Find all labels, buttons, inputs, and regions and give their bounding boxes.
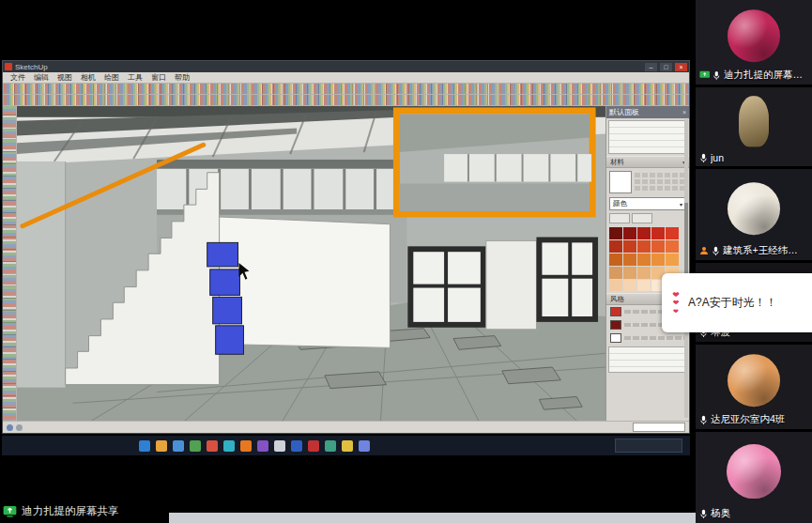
local-taskbar-strip[interactable] (169, 513, 696, 523)
window-title: SketchUp (15, 63, 642, 71)
taskbar-app-icon[interactable] (156, 440, 167, 452)
chat-message-bubble[interactable]: ❤ ❤ ❤ A?A安于时光！！ (662, 273, 812, 332)
participant-name: 建筑系+王经纬老师 (723, 244, 802, 257)
participant-tile-sharer[interactable]: 迪力扎提的屏幕共享 (696, 0, 812, 85)
taskbar-app-icon[interactable] (359, 440, 370, 452)
material-swatch[interactable] (651, 254, 665, 266)
material-swatch[interactable] (637, 254, 651, 266)
panel-list[interactable] (608, 346, 687, 373)
measurements-input[interactable] (633, 423, 685, 432)
material-mini-controls (635, 171, 686, 193)
menu-help[interactable]: 帮助 (171, 72, 193, 83)
menu-edit[interactable]: 编辑 (30, 72, 53, 83)
taskbar-app-icon[interactable] (190, 440, 201, 452)
menu-camera[interactable]: 相机 (77, 72, 100, 83)
avatar (727, 444, 781, 499)
taskbar-app-icon[interactable] (257, 440, 268, 452)
taskbar-app-icon[interactable] (223, 440, 235, 452)
material-swatch[interactable] (651, 240, 665, 253)
close-button[interactable]: × (675, 63, 687, 71)
taskbar-app-icon[interactable] (173, 440, 184, 452)
taskbar-app-icon[interactable] (240, 440, 252, 452)
material-swatch[interactable] (637, 240, 651, 253)
chevron-down-icon: ▾ (680, 201, 682, 208)
taskbar-app-icon[interactable] (291, 440, 302, 452)
materials-section-header[interactable]: 材料 ▾ (606, 156, 689, 168)
style-row[interactable] (606, 331, 689, 345)
minimize-button[interactable]: – (645, 63, 657, 71)
material-swatch[interactable] (666, 254, 679, 266)
material-swatch-grid (606, 225, 689, 280)
participant-tile[interactable]: 杨奥 (696, 432, 812, 523)
avatar (728, 355, 780, 408)
participant-tile[interactable]: jun (696, 87, 812, 166)
window-right-2 (536, 238, 598, 322)
credits-icon[interactable] (16, 424, 23, 431)
participant-tile[interactable]: 建筑系+王经纬老师 (696, 169, 812, 260)
toolbar-row-2[interactable] (3, 95, 689, 106)
participant-name: 达尼亚尔室内4班 (711, 413, 785, 426)
material-swatch[interactable] (623, 227, 636, 239)
tray-close-icon[interactable]: × (682, 109, 686, 115)
material-swatch[interactable] (666, 240, 679, 253)
material-swatch[interactable] (623, 280, 636, 291)
taskbar-app-icon[interactable] (207, 440, 218, 452)
material-tab-buttons[interactable] (606, 211, 689, 225)
taskbar-app-icon[interactable] (325, 440, 336, 452)
material-thumbnail[interactable] (609, 171, 632, 193)
status-bar (3, 421, 689, 433)
sketchup-titlebar[interactable]: SketchUp – □ × (3, 61, 689, 72)
menu-tools[interactable]: 工具 (124, 72, 146, 83)
dropdown-value: 颜色 (613, 199, 627, 208)
material-swatch[interactable] (623, 267, 636, 279)
tray-header[interactable]: 默认面板 × (606, 106, 689, 118)
material-swatch[interactable] (609, 227, 622, 239)
microphone-icon (699, 415, 708, 425)
screen-share-icon (699, 70, 710, 80)
participant-name: 杨奥 (711, 507, 730, 520)
material-swatch[interactable] (609, 280, 622, 291)
entity-info-list[interactable] (608, 120, 687, 154)
menu-window[interactable]: 窗口 (147, 72, 170, 83)
participant-tile[interactable]: 达尼亚尔室内4班 (696, 345, 812, 429)
material-swatch[interactable] (651, 227, 665, 239)
material-swatch[interactable] (609, 240, 622, 253)
taskbar-app-icon[interactable] (139, 440, 150, 452)
panel-scrollbar[interactable] (684, 119, 688, 418)
toolbar-row-1[interactable] (3, 84, 689, 95)
material-swatch[interactable] (666, 227, 679, 239)
taskbar-app-icon[interactable] (308, 440, 319, 452)
shared-screen-area: SketchUp – □ × 文件 编辑 视图 相机 绘图 工具 窗口 帮助 (0, 0, 696, 523)
material-swatch[interactable] (637, 267, 651, 279)
styles-section-label: 风格 (610, 295, 624, 304)
material-swatch[interactable] (609, 267, 622, 279)
taskbar-app-icon[interactable] (342, 440, 353, 452)
meeting-screen: SketchUp – □ × 文件 编辑 视图 相机 绘图 工具 窗口 帮助 (0, 0, 812, 523)
color-chip (610, 307, 621, 316)
avatar (739, 96, 769, 146)
geolocation-icon[interactable] (7, 424, 13, 431)
tray-title: 默认面板 (609, 107, 639, 117)
material-swatch[interactable] (623, 254, 636, 266)
window-right-1 (407, 246, 485, 327)
left-tool-palette[interactable] (3, 106, 17, 421)
menu-view[interactable]: 视图 (54, 72, 76, 83)
microphone-icon (699, 153, 708, 163)
material-swatch[interactable] (609, 254, 622, 266)
taskbar-app-icon[interactable] (274, 440, 285, 452)
material-swatch[interactable] (637, 280, 651, 291)
menu-draw[interactable]: 绘图 (100, 72, 123, 83)
avatar (728, 182, 780, 235)
menu-file[interactable]: 文件 (7, 72, 29, 83)
material-preview-row (606, 168, 689, 196)
material-collection-dropdown[interactable]: 颜色 ▾ (609, 197, 686, 210)
default-tray-panel: 默认面板 × 材料 ▾ 颜色 ▾ (605, 106, 689, 421)
sketchup-window: SketchUp – □ × 文件 编辑 视图 相机 绘图 工具 窗口 帮助 (2, 60, 690, 434)
material-swatch[interactable] (637, 227, 651, 239)
maximize-button[interactable]: □ (660, 63, 672, 71)
materials-section-label: 材料 (610, 158, 624, 167)
viewport-3d[interactable] (17, 106, 605, 421)
microphone-icon (712, 70, 721, 81)
material-swatch[interactable] (623, 240, 636, 253)
taskbar-system-tray[interactable] (615, 438, 682, 453)
